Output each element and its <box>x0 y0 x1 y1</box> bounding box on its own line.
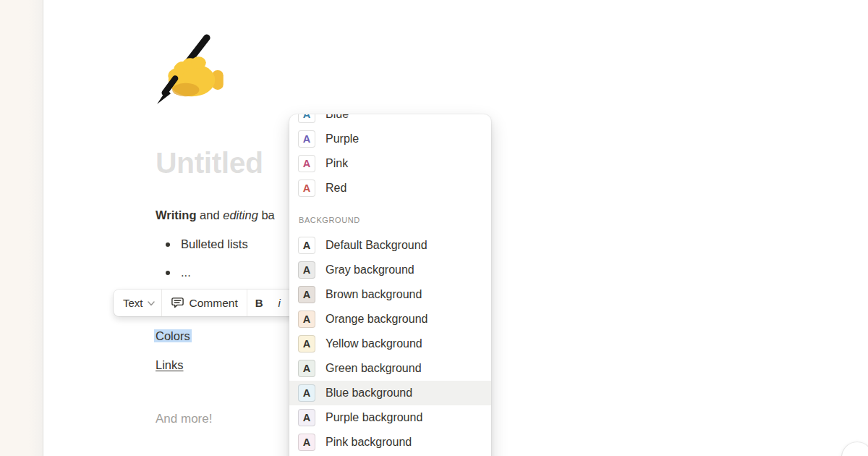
menu-item-label: Blue <box>326 114 349 121</box>
menu-item-label: Default Background <box>326 239 427 252</box>
background-swatch-icon: A <box>298 335 315 352</box>
menu-item-label: Red <box>326 182 346 195</box>
comment-button[interactable]: Comment <box>162 290 247 316</box>
menu-item-label: Blue background <box>326 387 412 400</box>
menu-item-label: Pink background <box>326 436 412 449</box>
intro-text-tail: ba <box>258 208 275 221</box>
chevron-down-icon <box>148 301 155 306</box>
menu-item-label: Purple background <box>326 411 422 424</box>
menu-item-orange-background[interactable]: A Orange background <box>289 307 491 332</box>
bold-button[interactable]: B <box>247 290 271 316</box>
intro-paragraph[interactable]: Writing and editing ba <box>156 206 275 224</box>
background-swatch-icon: A <box>298 261 315 279</box>
help-button[interactable] <box>842 442 868 456</box>
menu-item-green-background[interactable]: A Green background <box>289 356 491 381</box>
links-text-line[interactable]: Links <box>156 356 184 373</box>
color-swatch-icon: A <box>298 180 315 197</box>
background-section-header: BACKGROUND <box>289 200 491 233</box>
sidebar-strip <box>0 0 43 456</box>
text-color-menu: A Blue A Purple A Pink A Red BACKGROUND … <box>289 114 491 456</box>
page-title[interactable]: Untitled <box>156 145 263 181</box>
menu-item-default-background[interactable]: A Default Background <box>289 233 491 258</box>
menu-item-pink[interactable]: A Pink <box>289 151 491 176</box>
color-menu-list: A Blue A Purple A Pink A Red BACKGROUND … <box>289 114 491 455</box>
italic-button[interactable]: i <box>271 290 288 316</box>
background-swatch-icon: A <box>298 434 315 451</box>
menu-item-brown-background[interactable]: A Brown background <box>289 282 491 307</box>
and-more-text[interactable]: And more! <box>156 412 212 426</box>
bullet-label: ... <box>181 266 191 279</box>
background-swatch-icon: A <box>298 311 315 328</box>
menu-item-gray-background[interactable]: A Gray background <box>289 258 491 282</box>
background-swatch-icon: A <box>298 384 315 402</box>
bullet-dot-icon <box>166 271 170 275</box>
comment-label: Comment <box>190 297 238 310</box>
comment-bubble-icon <box>171 296 184 310</box>
selected-text: Colors <box>154 329 192 342</box>
color-swatch-icon: A <box>298 130 315 148</box>
menu-item-yellow-background[interactable]: A Yellow background <box>289 332 491 356</box>
turn-into-button[interactable]: Text <box>114 290 161 316</box>
color-swatch-icon: A <box>298 114 315 123</box>
menu-item-label: Pink <box>326 157 348 170</box>
menu-item-blue-background[interactable]: A Blue background <box>289 381 491 405</box>
menu-item-label: Yellow background <box>326 337 422 350</box>
menu-item-blue[interactable]: A Blue <box>289 114 491 127</box>
menu-item-label: Orange background <box>326 313 427 326</box>
intro-text: and <box>197 208 224 221</box>
menu-item-label: Brown background <box>326 288 422 301</box>
background-swatch-icon: A <box>298 360 315 377</box>
menu-item-pink-background[interactable]: A Pink background <box>289 430 491 455</box>
bullet-label: Bulleted lists <box>181 237 248 251</box>
links-link[interactable]: Links <box>156 358 184 371</box>
format-toolbar: Text Comment B i <box>114 290 297 316</box>
writing-hand-icon <box>153 33 228 109</box>
intro-italic-text: editing <box>223 208 258 221</box>
background-swatch-icon: A <box>298 409 315 426</box>
color-swatch-icon: A <box>298 155 315 172</box>
bullet-dot-icon <box>166 242 170 247</box>
menu-item-label: Green background <box>326 362 422 375</box>
menu-item-purple[interactable]: A Purple <box>289 127 491 151</box>
menu-item-label: Gray background <box>326 263 414 276</box>
bullet-item-2[interactable]: ... <box>166 263 191 282</box>
background-swatch-icon: A <box>298 286 315 303</box>
menu-item-label: Purple <box>326 132 359 145</box>
menu-item-purple-background[interactable]: A Purple background <box>289 405 491 430</box>
background-swatch-icon: A <box>298 237 315 254</box>
bullet-item-1[interactable]: Bulleted lists <box>166 235 248 253</box>
menu-item-red[interactable]: A Red <box>289 176 491 200</box>
colors-text-line[interactable]: Colors <box>154 327 192 345</box>
intro-bold-text: Writing <box>156 208 197 221</box>
page-icon-writing-hand-emoji[interactable] <box>153 33 228 109</box>
turn-into-label: Text <box>123 297 143 309</box>
